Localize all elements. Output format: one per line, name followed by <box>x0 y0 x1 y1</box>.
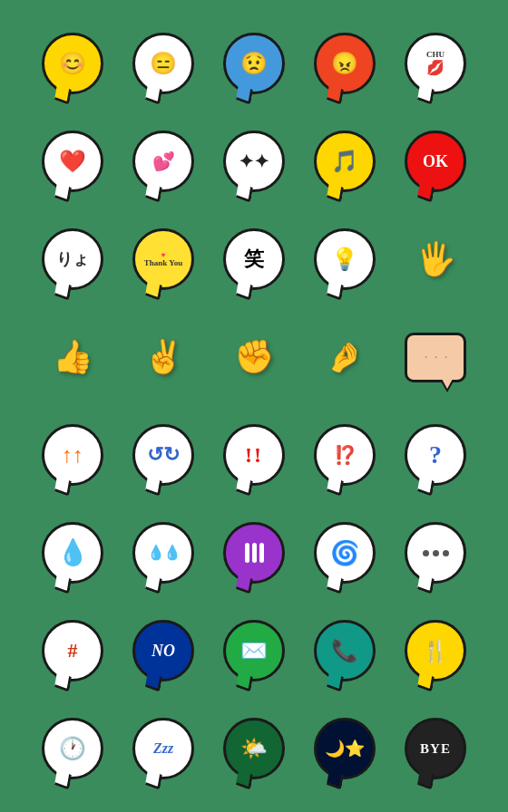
bubble-smiley[interactable]: 😊 <box>42 33 103 94</box>
dot-2 <box>433 550 439 556</box>
cell-ok[interactable]: OK <box>395 116 476 207</box>
bubble-water-drops[interactable]: 💧💧 <box>132 522 194 584</box>
arrows-circle-icon: ↺↻ <box>147 443 180 467</box>
cell-sunny[interactable]: 🌤️ <box>213 703 295 794</box>
cell-water-drops[interactable]: 💧💧 <box>122 508 204 598</box>
bubble-laugh[interactable]: 笑 <box>223 228 285 290</box>
cell-claw[interactable]: 🤌 <box>304 312 386 402</box>
cell-ryou[interactable]: りょ <box>32 214 113 304</box>
sunny-icon: 🌤️ <box>240 738 268 759</box>
cell-mail[interactable]: ✉️ <box>213 605 295 696</box>
thumbs-up-icon: 👍 <box>53 338 93 376</box>
bubble-sad[interactable]: 😟 <box>223 33 285 94</box>
bubble-idea[interactable]: 💡 <box>314 228 376 290</box>
water-drop-icon: 💧 <box>57 540 89 566</box>
cell-smiley[interactable]: 😊 <box>32 18 113 109</box>
cell-hearts[interactable]: 💕 <box>122 116 204 207</box>
bubble-thankyou[interactable]: ♥ Thank You <box>132 228 194 290</box>
pause-bar-1 <box>245 543 249 563</box>
bubble-music[interactable]: 🎵 <box>314 130 376 192</box>
pause-bar-3 <box>259 543 264 563</box>
cell-hashtag[interactable]: # <box>32 605 113 696</box>
cell-speech-tail[interactable]: ・・・ <box>395 312 476 402</box>
cell-no[interactable]: NO <box>122 605 204 696</box>
interrobang-icon: ⁉️ <box>334 444 357 466</box>
cell-thumbs-up[interactable]: 👍 <box>32 312 113 402</box>
hearts-icon: 💕 <box>152 152 175 170</box>
bubble-sunny[interactable]: 🌤️ <box>223 718 285 779</box>
bubble-phone[interactable]: 📞 <box>314 620 376 682</box>
cell-water-drop[interactable]: 💧 <box>32 508 113 598</box>
bubble-mail[interactable]: ✉️ <box>223 620 285 682</box>
bubble-exclaim-red[interactable]: !! <box>223 424 285 486</box>
bubble-zzz[interactable]: Zzz <box>132 718 194 779</box>
cell-interrobang[interactable]: ⁉️ <box>304 410 386 500</box>
bubble-heart[interactable]: ❤️ <box>42 130 103 192</box>
bubble-neutral[interactable]: 😑 <box>132 33 194 94</box>
bubble-clock[interactable]: 🕐 <box>42 718 103 779</box>
cell-bunny-ears[interactable]: ✌️ <box>122 312 204 402</box>
cell-zzz[interactable]: Zzz <box>122 703 204 794</box>
cell-clock[interactable]: 🕐 <box>32 703 113 794</box>
bubble-hashtag[interactable]: # <box>42 620 103 682</box>
cell-fist[interactable]: ✊ <box>213 312 295 402</box>
bubble-question[interactable]: ? <box>405 424 466 486</box>
bubble-hearts[interactable]: 💕 <box>132 130 194 192</box>
no-label: NO <box>151 642 175 661</box>
bubble-moon[interactable]: 🌙⭐ <box>314 718 376 779</box>
pause-bar-2 <box>252 543 257 563</box>
cell-sad[interactable]: 😟 <box>213 18 295 109</box>
bubble-bye[interactable]: BYE <box>405 718 466 779</box>
cell-arrows-circle[interactable]: ↺↻ <box>122 410 204 500</box>
arrows-up-icon: ↑↑ <box>62 443 83 468</box>
dots-icon <box>423 550 449 556</box>
moon-icon: 🌙⭐ <box>325 740 365 757</box>
cell-music[interactable]: 🎵 <box>304 116 386 207</box>
idea-icon: 💡 <box>331 248 358 270</box>
cell-fork-knife[interactable]: 🍴 <box>395 605 476 696</box>
water-drops-icon: 💧💧 <box>147 546 180 560</box>
bubble-chu[interactable]: CHU💋 <box>405 33 466 94</box>
zzz-icon: Zzz <box>153 741 173 756</box>
bubble-fork-knife[interactable]: 🍴 <box>405 620 466 682</box>
bubble-interrobang[interactable]: ⁉️ <box>314 424 376 486</box>
bubble-ryou[interactable]: りょ <box>42 228 103 290</box>
chu-label: CHU💋 <box>426 51 444 75</box>
bubble-spiral[interactable]: 🌀 <box>314 522 376 584</box>
cell-arrows-up[interactable]: ↑↑ <box>32 410 113 500</box>
cell-neutral[interactable]: 😑 <box>122 18 204 109</box>
cell-spiral[interactable]: 🌀 <box>304 508 386 598</box>
bubble-angry[interactable]: 😠 <box>314 33 376 94</box>
laugh-icon: 笑 <box>244 249 264 269</box>
cell-question[interactable]: ? <box>395 410 476 500</box>
exclaim-red-icon: !! <box>245 443 263 468</box>
bubble-water-drop[interactable]: 💧 <box>42 522 103 584</box>
bubble-dots[interactable] <box>405 522 466 584</box>
bubble-ok[interactable]: OK <box>405 130 466 192</box>
speech-bubble-beige[interactable]: ・・・ <box>405 333 466 382</box>
cell-idea[interactable]: 💡 <box>304 214 386 304</box>
music-icon: 🎵 <box>331 150 358 172</box>
neutral-icon: 😑 <box>150 53 177 74</box>
cell-chu[interactable]: CHU💋 <box>395 18 476 109</box>
bubble-pause[interactable] <box>223 522 285 584</box>
bubble-no[interactable]: NO <box>132 620 194 682</box>
cell-dots[interactable] <box>395 508 476 598</box>
bubble-sparkle[interactable]: ✦✦ <box>223 130 285 192</box>
fork-knife-icon: 🍴 <box>422 640 449 662</box>
cell-thankyou[interactable]: ♥ Thank You <box>122 214 204 304</box>
cell-heart[interactable]: ❤️ <box>32 116 113 207</box>
cell-bye[interactable]: BYE <box>395 703 476 794</box>
cell-exclaim-red[interactable]: !! <box>213 410 295 500</box>
clock-icon: 🕐 <box>59 738 86 759</box>
cell-phone[interactable]: 📞 <box>304 605 386 696</box>
cell-sparkle[interactable]: ✦✦ <box>213 116 295 207</box>
bubble-arrows-circle[interactable]: ↺↻ <box>132 424 194 486</box>
cell-hand-wave[interactable]: 🖐️ <box>395 214 476 304</box>
cell-angry[interactable]: 😠 <box>304 18 386 109</box>
cell-laugh[interactable]: 笑 <box>213 214 295 304</box>
bubble-arrows-up[interactable]: ↑↑ <box>42 424 103 486</box>
cell-moon[interactable]: 🌙⭐ <box>304 703 386 794</box>
cell-pause[interactable] <box>213 508 295 598</box>
smiley-icon: 😊 <box>59 53 86 74</box>
